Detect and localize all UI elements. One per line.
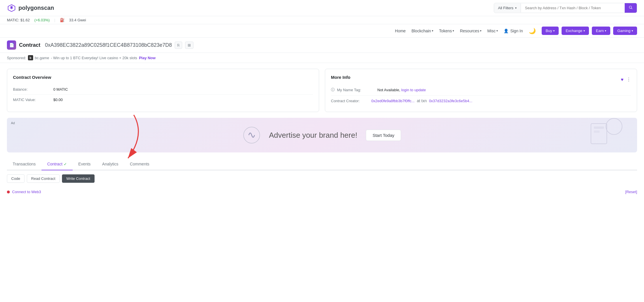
svg-point-0	[11, 7, 12, 8]
contract-header: 📄 Contract 0xA398EC3822a89C0258f1CEC4B87…	[7, 40, 193, 50]
contract-label: Contract	[19, 42, 40, 48]
overview-grid: Contract Overview Balance: 0 MATIC MATIC…	[7, 69, 637, 112]
svg-point-2	[606, 118, 622, 135]
nav-tokens[interactable]: Tokens ▾	[439, 29, 454, 33]
more-info-header: More Info ♥ ⋮	[331, 75, 631, 84]
chevron-down-icon: ▾	[453, 29, 454, 32]
ad-decoration	[568, 118, 626, 150]
search-input[interactable]	[521, 3, 625, 12]
start-today-button[interactable]: Start Today	[366, 130, 401, 141]
main-content: Contract Overview Balance: 0 MATIC MATIC…	[0, 63, 644, 203]
code-tab-button[interactable]: Code	[7, 174, 25, 183]
chevron-down-icon: ▾	[553, 29, 555, 32]
login-link[interactable]: login to update	[401, 88, 426, 92]
ad-text: Advertise your brand here!	[269, 131, 357, 140]
tab-transactions[interactable]: Transactions	[7, 158, 42, 170]
svg-rect-5	[594, 131, 600, 133]
matic-value-row: MATIC Value: $0.00	[13, 95, 313, 105]
earn-button[interactable]: Earn ▾	[592, 27, 610, 35]
creator-txn-link[interactable]: 0x37d3232a3fe3c6e5b4...	[429, 99, 472, 103]
sponsor-text: - Win up to 1 BTC Everyday! Live casino …	[51, 56, 137, 60]
price-bar: MATIC: $1.62 (+6.03%) | ⛽ 33.4 Gwei	[0, 16, 644, 24]
sponsor-name: bc.game	[35, 56, 49, 60]
contract-overview-title: Contract Overview	[13, 75, 313, 80]
read-contract-button[interactable]: Read Contract	[27, 174, 60, 183]
tabs-section: Transactions Contract ✓ Events Analytics…	[7, 158, 637, 197]
chevron-down-icon: ▾	[632, 29, 633, 32]
tab-analytics[interactable]: Analytics	[96, 158, 124, 170]
user-icon: 👤	[504, 29, 509, 33]
nav-misc[interactable]: Misc ▾	[487, 29, 498, 33]
more-options-icon[interactable]: ⋮	[626, 77, 631, 82]
filter-button[interactable]: All Filters ▾	[494, 3, 521, 12]
theme-icon[interactable]: 🌙	[529, 27, 536, 34]
heart-icon[interactable]: ♥	[621, 77, 624, 82]
top-header: polygonscan All Filters ▾	[0, 0, 644, 16]
search-icon	[629, 5, 633, 10]
action-buttons: Buy ▾ Exchange ▾ Earn ▾ Gaming ▾	[542, 27, 637, 35]
more-info-title: More Info	[331, 75, 351, 80]
creator-value: 0x2ed0fe9a8fbb3b7f0ffc... at txn 0x37d32…	[371, 98, 472, 103]
sponsor-cta-link[interactable]: Play Now	[139, 56, 156, 60]
matic-value-label: MATIC Value:	[13, 98, 53, 102]
reset-link[interactable]: [Reset]	[625, 190, 637, 194]
contract-address: 0xA398EC3822a89C0258f1CEC4B873108bC823e7…	[45, 42, 172, 48]
gas-price: 33.4 Gwei	[69, 18, 86, 22]
creator-row: Contract Creator: 0x2ed0fe9a8fbb3b7f0ffc…	[331, 96, 631, 106]
sign-in-button[interactable]: 👤 Sign In	[504, 29, 523, 33]
nav-home[interactable]: Home	[395, 29, 406, 33]
gaming-button[interactable]: Gaming ▾	[613, 27, 637, 35]
write-contract-button[interactable]: Write Contract	[62, 174, 95, 183]
name-tag-label: My Name Tag:	[337, 88, 377, 92]
balance-label: Balance:	[13, 87, 53, 92]
balance-value: 0 MATIC	[53, 87, 68, 92]
name-tag-value: Not Available, login to update	[377, 88, 426, 92]
svg-rect-3	[591, 124, 607, 144]
more-info-icons: ♥ ⋮	[621, 77, 631, 82]
nav-bar: Home Blockchain ▾ Tokens ▾ Resources ▾ M…	[0, 24, 644, 38]
ad-logo	[243, 126, 260, 144]
price-change: (+6.03%)	[34, 18, 50, 22]
logo-area: polygonscan	[7, 3, 54, 13]
separator: |	[54, 18, 55, 22]
tab-events[interactable]: Events	[73, 158, 97, 170]
sponsored-label: Sponsored:	[7, 56, 26, 60]
verified-badge: ✓	[64, 162, 67, 166]
sponsor-logo: b	[28, 55, 33, 60]
chevron-down-icon: ▾	[480, 29, 481, 32]
nav-resources[interactable]: Resources ▾	[460, 29, 481, 33]
more-info-card: More Info ♥ ⋮ ⓘ My Name Tag: Not Availab…	[325, 69, 637, 112]
exchange-button[interactable]: Exchange ▾	[562, 27, 589, 35]
chevron-down-icon: ▾	[496, 29, 498, 32]
sub-tabs: Code Read Contract Write Contract	[7, 170, 637, 187]
ad-label: Ad	[11, 121, 15, 125]
chevron-down-icon: ▾	[583, 29, 585, 32]
copy-button[interactable]: ⎘	[175, 42, 182, 49]
search-bar: All Filters ▾	[494, 3, 637, 13]
name-tag-row: ⓘ My Name Tag: Not Available, login to u…	[331, 84, 631, 96]
balance-row: Balance: 0 MATIC	[13, 84, 313, 95]
chevron-down-icon: ▾	[605, 29, 606, 32]
tab-contract[interactable]: Contract ✓	[42, 158, 73, 170]
matic-price: MATIC: $1.62	[7, 18, 30, 22]
creator-address-link[interactable]: 0x2ed0fe9a8fbb3b7f0ffc...	[371, 99, 415, 103]
search-button[interactable]	[625, 3, 637, 13]
disconnected-dot	[7, 191, 10, 193]
connect-web3-link[interactable]: Connect to Web3	[12, 190, 41, 194]
buy-button[interactable]: Buy ▾	[542, 27, 559, 35]
tabs-bar: Transactions Contract ✓ Events Analytics…	[7, 158, 637, 170]
logo-icon	[7, 3, 16, 13]
header-right: All Filters ▾	[494, 3, 637, 13]
contract-icon: 📄	[7, 40, 16, 50]
sub-header: 📄 Contract 0xA398EC3822a89C0258f1CEC4B87…	[0, 38, 644, 53]
gas-icon: ⛽	[60, 18, 65, 22]
qr-button[interactable]: ⊞	[185, 42, 193, 49]
sponsored-bar: Sponsored: b bc.game - Win up to 1 BTC E…	[0, 53, 644, 63]
ad-banner: Ad Advertise your brand here! Start Toda…	[7, 118, 637, 152]
logo-text: polygonscan	[18, 5, 54, 11]
creator-label: Contract Creator:	[331, 99, 371, 103]
matic-value: $0.00	[53, 98, 63, 102]
tab-comments[interactable]: Comments	[124, 158, 155, 170]
nav-blockchain[interactable]: Blockchain ▾	[411, 29, 433, 33]
svg-rect-4	[594, 126, 604, 129]
